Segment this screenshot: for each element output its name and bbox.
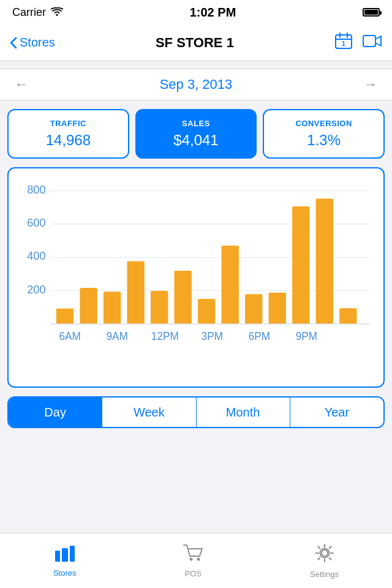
bar-chart: 800 600 400 200 6AM [16, 178, 376, 379]
tab-stores-label: Stores [53, 568, 77, 578]
nav-bar: Stores SF STORE 1 1 [0, 24, 392, 61]
period-year-button[interactable]: Year [290, 398, 383, 427]
status-left: Carrier [12, 6, 63, 19]
tab-pos-label: POS [185, 569, 202, 578]
cart-icon [183, 544, 203, 567]
svg-rect-18 [104, 292, 121, 323]
stat-label-traffic: TRAFFIC [50, 119, 86, 128]
period-month-button[interactable]: Month [197, 398, 290, 427]
svg-rect-6 [363, 36, 375, 47]
svg-text:3PM: 3PM [202, 330, 223, 342]
nav-icons: 1 [334, 32, 382, 54]
current-date: Sep 3, 2013 [160, 77, 233, 92]
period-day-label: Day [44, 405, 66, 420]
video-icon[interactable] [363, 34, 382, 52]
status-bar: Carrier 1:02 PM [0, 0, 392, 24]
status-time: 1:02 PM [190, 6, 236, 20]
period-year-label: Year [325, 405, 349, 420]
svg-rect-38 [70, 546, 75, 562]
stat-label-conversion: CONVERSION [295, 119, 352, 128]
svg-rect-17 [80, 288, 97, 324]
stat-label-sales: SALES [182, 119, 210, 128]
svg-rect-36 [55, 551, 60, 562]
svg-point-40 [197, 557, 200, 560]
gear-icon [315, 543, 334, 567]
next-date-button[interactable]: → [364, 77, 377, 92]
svg-rect-27 [316, 198, 333, 324]
svg-text:800: 800 [27, 183, 45, 196]
tab-bar: Stores POS Settings [0, 533, 392, 588]
stat-value-sales: $4,041 [173, 132, 218, 149]
svg-text:9AM: 9AM [107, 330, 128, 342]
carrier-label: Carrier [12, 6, 46, 19]
prev-date-button[interactable]: ← [15, 77, 28, 92]
calendar-icon[interactable]: 1 [334, 32, 353, 54]
svg-rect-24 [245, 294, 262, 324]
status-right [363, 8, 380, 17]
svg-rect-20 [151, 291, 168, 324]
svg-point-0 [56, 14, 58, 16]
back-button[interactable]: Stores [10, 36, 55, 50]
svg-rect-16 [56, 309, 74, 324]
stat-card-traffic[interactable]: TRAFFIC 14,968 [7, 109, 129, 159]
period-day-button[interactable]: Day [9, 398, 102, 427]
svg-rect-22 [198, 299, 215, 324]
svg-rect-37 [62, 548, 68, 562]
wifi-icon [51, 6, 63, 19]
svg-text:200: 200 [27, 282, 45, 295]
stores-icon [55, 545, 75, 566]
svg-rect-25 [269, 293, 286, 324]
period-week-label: Week [134, 405, 165, 420]
tab-settings[interactable]: Settings [310, 543, 339, 579]
svg-point-39 [190, 557, 193, 560]
tab-settings-label: Settings [310, 570, 339, 579]
tab-pos[interactable]: POS [183, 544, 203, 578]
svg-text:12PM: 12PM [151, 330, 179, 342]
svg-text:9PM: 9PM [296, 330, 317, 342]
svg-rect-19 [127, 262, 144, 324]
svg-text:6PM: 6PM [249, 330, 270, 342]
svg-rect-26 [292, 206, 309, 324]
period-selector: Day Week Month Year [7, 396, 385, 428]
stat-value-traffic: 14,968 [46, 132, 91, 149]
period-week-button[interactable]: Week [102, 398, 196, 427]
stat-value-conversion: 1.3% [307, 132, 341, 149]
period-month-label: Month [226, 405, 260, 420]
svg-text:600: 600 [27, 216, 45, 229]
tab-stores[interactable]: Stores [53, 545, 77, 578]
svg-text:6AM: 6AM [59, 330, 80, 342]
date-nav: ← Sep 3, 2013 → [0, 69, 392, 100]
stats-row: TRAFFIC 14,968 SALES $4,041 CONVERSION 1… [0, 100, 392, 167]
stat-card-conversion[interactable]: CONVERSION 1.3% [263, 109, 385, 159]
chart-container: 800 600 400 200 6AM [7, 167, 385, 388]
svg-rect-21 [175, 271, 192, 324]
page-title: SF STORE 1 [156, 35, 234, 51]
svg-rect-23 [222, 246, 239, 324]
battery-icon [363, 8, 380, 17]
svg-text:400: 400 [27, 249, 45, 262]
svg-point-41 [322, 550, 328, 556]
svg-rect-28 [339, 308, 356, 324]
svg-text:1: 1 [342, 40, 345, 47]
stat-card-sales[interactable]: SALES $4,041 [135, 109, 257, 159]
back-label: Stores [20, 36, 55, 50]
